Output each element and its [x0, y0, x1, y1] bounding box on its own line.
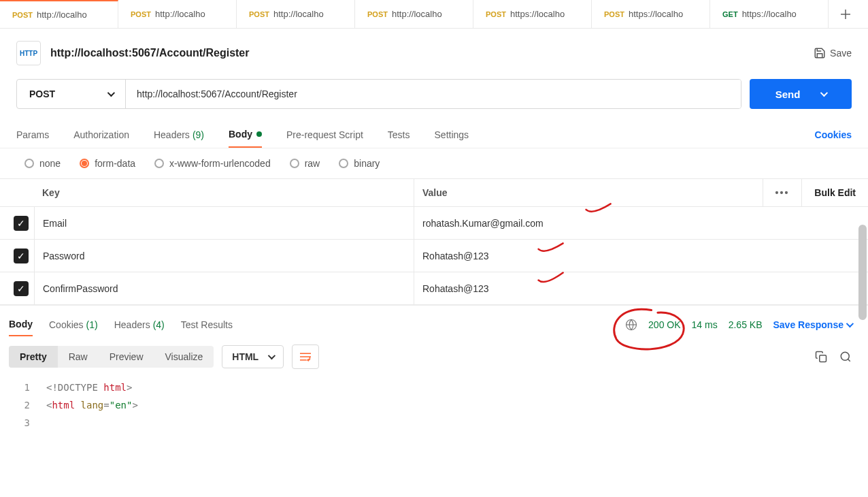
tab-title: http://localho	[273, 9, 324, 19]
tab-authorization[interactable]: Authorization	[73, 121, 129, 148]
save-button[interactable]: Save	[814, 47, 852, 59]
table-header: Key Value ••• Bulk Edit	[0, 178, 868, 207]
body-modified-dot-icon	[256, 131, 262, 137]
checkbox[interactable]: ✓	[14, 216, 29, 231]
row-value[interactable]: rohatash.Kumar@gmail.com	[414, 207, 868, 239]
row-key[interactable]: Password	[34, 240, 414, 272]
code-content: <html lang="en">	[46, 396, 138, 414]
send-button[interactable]: Send	[750, 79, 852, 109]
tab-prerequest[interactable]: Pre-request Script	[286, 121, 363, 148]
search-icon[interactable]	[839, 351, 852, 363]
radio-icon	[154, 159, 164, 168]
tab-method: GET	[722, 10, 738, 18]
line-number: 1	[16, 379, 30, 396]
new-tab-button[interactable]	[829, 0, 863, 28]
tab-title: https://localho	[742, 9, 797, 19]
radio-label: none	[39, 158, 61, 169]
response-tab-testresults[interactable]: Test Results	[181, 312, 233, 336]
response-tab-body[interactable]: Body	[9, 312, 33, 336]
radio-label: raw	[305, 158, 320, 169]
tab-0[interactable]: POSThttp://localho	[0, 0, 118, 28]
header-key: Key	[34, 187, 414, 198]
request-controls: POST Send	[0, 72, 868, 121]
code-line: 3	[16, 414, 852, 432]
tab-tests[interactable]: Tests	[388, 121, 410, 148]
viewmode-preview[interactable]: Preview	[99, 346, 154, 368]
tab-method: POST	[12, 11, 33, 19]
response-bar: Body Cookies (1) Headers (4) Test Result…	[0, 305, 868, 336]
response-code-area: 1 <!DOCTYPE html> 2 <html lang="en"> 3	[0, 376, 868, 432]
copy-icon[interactable]	[815, 351, 827, 363]
language-select[interactable]: HTML	[222, 345, 284, 368]
line-number: 2	[16, 396, 30, 414]
tab-6[interactable]: GEThttps://localho	[710, 0, 829, 28]
chevron-down-icon	[820, 89, 828, 97]
radio-raw[interactable]: raw	[290, 158, 320, 169]
svg-line-8	[848, 359, 850, 361]
row-value[interactable]: Rohatash@123	[414, 240, 868, 272]
request-subtabs: Params Authorization Headers (9) Body Pr…	[0, 121, 868, 148]
body-type-row: none form-data x-www-form-urlencoded raw…	[0, 148, 868, 178]
response-tab-headers[interactable]: Headers (4)	[114, 312, 165, 336]
send-label: Send	[775, 89, 801, 100]
tab-body-label: Body	[229, 129, 252, 140]
viewmode-raw[interactable]: Raw	[58, 346, 99, 368]
language-value: HTML	[232, 351, 258, 362]
chevron-down-icon	[268, 352, 276, 359]
more-button[interactable]: •••	[763, 179, 802, 206]
response-headers-count: (4)	[153, 319, 165, 330]
checkbox[interactable]: ✓	[14, 281, 29, 296]
method-value: POST	[29, 89, 55, 99]
row-key[interactable]: Email	[34, 207, 414, 239]
tab-method: POST	[249, 10, 269, 18]
tab-title: https://localho	[510, 9, 565, 19]
tab-3[interactable]: POSThttp://localho	[355, 0, 473, 28]
radio-none[interactable]: none	[24, 158, 61, 169]
tab-title: https://localho	[629, 9, 683, 19]
tab-title: http://localho	[392, 9, 442, 19]
formdata-table: Key Value ••• Bulk Edit ✓ Email rohatash…	[0, 178, 868, 305]
row-value[interactable]: Rohatash@123	[414, 272, 868, 304]
vertical-scrollbar[interactable]	[858, 225, 867, 320]
url-input[interactable]	[126, 80, 741, 108]
svg-rect-6	[820, 355, 827, 362]
tab-headers[interactable]: Headers (9)	[154, 121, 204, 148]
radio-formdata[interactable]: form-data	[80, 158, 135, 169]
code-content: <!DOCTYPE html>	[46, 379, 132, 396]
save-response-button[interactable]: Save Response	[773, 319, 852, 330]
tab-5[interactable]: POSThttps://localho	[592, 0, 710, 28]
http-badge-icon: HTTP	[16, 41, 41, 65]
viewmode-pretty[interactable]: Pretty	[9, 346, 58, 368]
save-response-label: Save Response	[773, 319, 844, 330]
plus-icon	[839, 8, 852, 20]
tab-method: POST	[131, 10, 151, 18]
row-key[interactable]: ConfirmPassword	[34, 272, 414, 304]
radio-binary[interactable]: binary	[339, 158, 380, 169]
line-number: 3	[16, 414, 30, 432]
annotation-tick-icon	[537, 271, 565, 286]
request-title: http://localhost:5067/Account/Register	[50, 47, 804, 59]
row-checkbox-cell: ✓	[0, 216, 34, 231]
tab-body[interactable]: Body	[229, 121, 262, 148]
tab-headers-label: Headers	[154, 129, 190, 140]
tab-2[interactable]: POSThttp://localho	[237, 0, 355, 28]
response-tab-cookies[interactable]: Cookies (1)	[49, 312, 98, 336]
response-headers-label: Headers	[114, 319, 150, 330]
viewmode-visualize[interactable]: Visualize	[154, 346, 214, 368]
tab-1[interactable]: POSThttp://localho	[118, 0, 237, 28]
checkbox[interactable]: ✓	[14, 248, 29, 263]
cookies-link[interactable]: Cookies	[815, 129, 852, 140]
radio-xwww[interactable]: x-www-form-urlencoded	[154, 158, 271, 169]
tab-4[interactable]: POSThttps://localho	[473, 0, 592, 28]
tabs-row: POSThttp://localho POSThttp://localho PO…	[0, 0, 868, 29]
tab-title: http://localho	[37, 10, 87, 20]
table-row: ✓ Password Rohatash@123	[0, 240, 868, 272]
method-select[interactable]: POST	[17, 80, 126, 108]
viewmode-group: Pretty Raw Preview Visualize	[9, 346, 214, 368]
tab-settings[interactable]: Settings	[435, 121, 469, 148]
tab-params[interactable]: Params	[16, 121, 49, 148]
wrap-lines-button[interactable]	[292, 344, 319, 369]
response-cookies-count: (1)	[86, 319, 98, 330]
table-row: ✓ Email rohatash.Kumar@gmail.com	[0, 207, 868, 240]
bulk-edit-button[interactable]: Bulk Edit	[801, 179, 868, 206]
